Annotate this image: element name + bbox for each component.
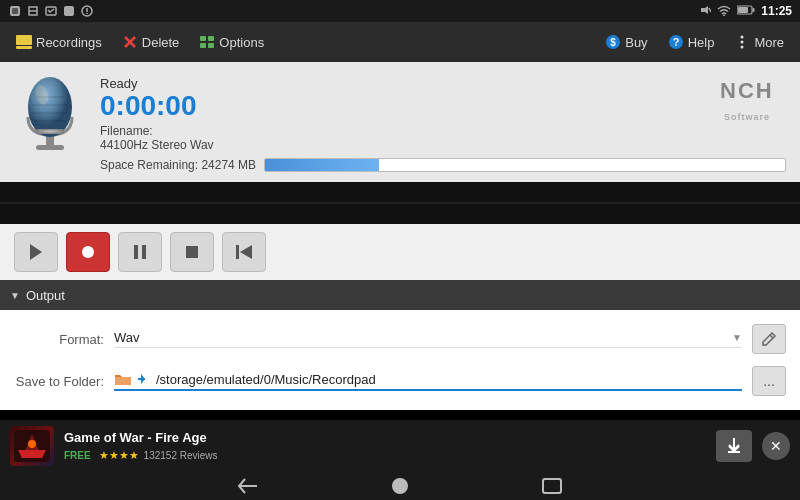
- svg-rect-14: [738, 7, 748, 13]
- svg-line-49: [770, 335, 773, 338]
- help-icon: ?: [668, 34, 684, 50]
- format-label: Format:: [14, 332, 104, 347]
- svg-rect-45: [142, 245, 146, 259]
- more-button[interactable]: More: [726, 30, 792, 54]
- svg-rect-22: [208, 43, 214, 48]
- space-remaining: Space Remaining: 24274 MB: [100, 158, 786, 172]
- toolbar: Recordings Delete Options $ Buy ? Help: [0, 22, 800, 62]
- format-dropdown-arrow: ▼: [732, 332, 742, 343]
- info-text: Ready 0:00:00 Filename: 44100Hz Stereo W…: [100, 72, 786, 172]
- svg-rect-13: [753, 8, 755, 12]
- ad-reviews: 132152 Reviews: [144, 450, 218, 461]
- svg-point-43: [82, 246, 94, 258]
- app-icon-3: [44, 4, 58, 18]
- svg-text:?: ?: [672, 36, 679, 48]
- svg-point-27: [741, 36, 744, 39]
- controls: [0, 224, 800, 280]
- nch-logo-text: NCH: [720, 90, 780, 110]
- app-icon-1: [8, 4, 22, 18]
- ad-details: FREE ★★★★ 132152 Reviews: [64, 445, 706, 463]
- svg-rect-21: [200, 43, 206, 48]
- status-icons-left: [8, 4, 94, 18]
- svg-text:NCH: NCH: [720, 78, 774, 103]
- svg-rect-20: [208, 36, 214, 41]
- browse-dots: ...: [763, 373, 775, 389]
- format-row: Format: Wav ▼: [0, 318, 800, 360]
- ad-download-button[interactable]: [716, 430, 752, 462]
- timer-display: 0:00:00: [100, 91, 786, 122]
- svg-rect-44: [134, 245, 138, 259]
- pause-button[interactable]: [118, 232, 162, 272]
- svg-marker-42: [30, 244, 42, 260]
- info-panel: Ready 0:00:00 Filename: 44100Hz Stereo W…: [0, 62, 800, 182]
- svg-point-28: [741, 41, 744, 44]
- folder-value-wrap: /storage/emulated/0/Music/Recordpad: [114, 372, 742, 391]
- output-header[interactable]: ▼ Output: [0, 280, 800, 310]
- app-icon-2: [26, 4, 40, 18]
- toolbar-right: $ Buy ? Help More: [597, 30, 792, 54]
- mute-icon: [699, 4, 711, 18]
- svg-rect-5: [64, 6, 74, 16]
- svg-line-10: [709, 8, 711, 12]
- space-bar-fill: [265, 159, 379, 171]
- space-bar: [264, 158, 786, 172]
- ad-free-label: FREE: [64, 450, 91, 461]
- mic-icon-wrap: [14, 72, 86, 162]
- help-button[interactable]: ? Help: [660, 30, 723, 54]
- svg-rect-16: [16, 46, 32, 49]
- svg-rect-46: [186, 246, 198, 258]
- play-button[interactable]: [14, 232, 58, 272]
- ad-banner: Game of War - Fire Age FREE ★★★★ 132152 …: [0, 420, 800, 472]
- status-icons-right: 11:25: [699, 4, 792, 18]
- folder-label: Save to Folder:: [14, 374, 104, 389]
- svg-point-11: [723, 15, 725, 17]
- format-edit-button[interactable]: [752, 324, 786, 354]
- folder-browse-button[interactable]: ...: [752, 366, 786, 396]
- home-button[interactable]: [384, 475, 416, 497]
- ad-thumbnail: [10, 426, 54, 466]
- more-icon: [734, 34, 750, 50]
- svg-text:$: $: [610, 37, 616, 48]
- svg-point-32: [28, 77, 72, 137]
- options-icon: [199, 34, 215, 50]
- nch-sub-text: Software: [724, 112, 770, 122]
- buy-button[interactable]: $ Buy: [597, 30, 655, 54]
- app-icon-5: [80, 4, 94, 18]
- delete-icon: [122, 34, 138, 50]
- record-button[interactable]: [66, 232, 110, 272]
- buy-icon: $: [605, 34, 621, 50]
- time-display: 11:25: [761, 4, 792, 18]
- waveform-display: [0, 182, 800, 224]
- svg-point-54: [28, 440, 36, 448]
- folder-row: Save to Folder: /storage/emulated/0/Musi…: [0, 360, 800, 402]
- svg-point-59: [392, 478, 408, 494]
- svg-rect-15: [16, 35, 32, 45]
- output-label: Output: [26, 288, 65, 303]
- svg-rect-60: [543, 479, 561, 493]
- ad-text-block: Game of War - Fire Age FREE ★★★★ 132152 …: [64, 430, 706, 463]
- svg-marker-48: [240, 245, 252, 259]
- svg-rect-1: [12, 8, 18, 14]
- wifi-icon: [717, 4, 731, 18]
- output-chevron-icon: ▼: [10, 290, 20, 301]
- svg-marker-9: [701, 6, 708, 14]
- svg-rect-19: [200, 36, 206, 41]
- rewind-button[interactable]: [222, 232, 266, 272]
- options-button[interactable]: Options: [191, 30, 272, 54]
- status-text: Ready: [100, 76, 786, 91]
- ad-close-button[interactable]: ✕: [762, 432, 790, 460]
- nav-bar: [0, 472, 800, 500]
- recent-button[interactable]: [536, 475, 568, 497]
- format-value: Wav: [114, 330, 140, 345]
- filename-label: Filename:: [100, 124, 786, 138]
- recordings-button[interactable]: Recordings: [8, 30, 110, 54]
- ad-stars: ★★★★: [99, 449, 139, 461]
- ad-title: Game of War - Fire Age: [64, 430, 706, 445]
- svg-rect-37: [36, 129, 64, 134]
- stop-button[interactable]: [170, 232, 214, 272]
- delete-button[interactable]: Delete: [114, 30, 188, 54]
- back-button[interactable]: [232, 475, 264, 497]
- space-label: Space Remaining: 24274 MB: [100, 158, 256, 172]
- status-bar: 11:25: [0, 0, 800, 22]
- battery-icon: [737, 5, 755, 17]
